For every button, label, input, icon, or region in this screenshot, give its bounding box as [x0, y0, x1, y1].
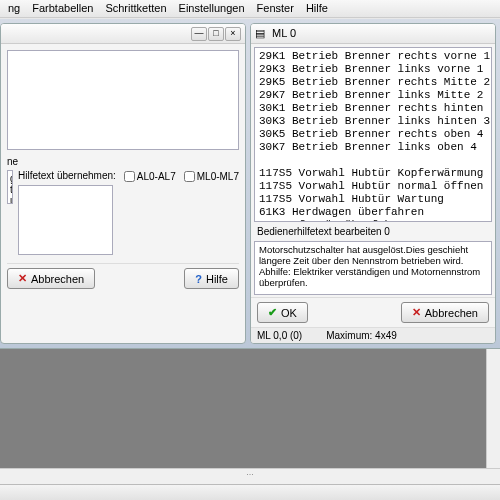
window-controls: — □ ×	[191, 27, 241, 41]
text-display-1: gestört. ten und überprüfen lassen.	[7, 170, 13, 204]
menubar: ng Farbtabellen Schrittketten Einstellun…	[0, 0, 500, 18]
right-child-window: ▤ ML 0 29K1 Betrieb Brenner rechts vorne…	[250, 23, 496, 344]
menu-item[interactable]: ng	[8, 2, 20, 15]
status-position: ML 0,0 (0)	[257, 330, 302, 341]
menu-item[interactable]: Farbtabellen	[32, 2, 93, 15]
vertical-scrollbar[interactable]	[486, 349, 500, 484]
help-button[interactable]: ?Hilfe	[184, 268, 239, 289]
help-icon: ?	[195, 273, 202, 285]
document-icon: ▤	[255, 27, 265, 39]
minimize-button[interactable]: —	[191, 27, 207, 41]
hilfetext-label: Hilfetext übernehmen:	[18, 170, 116, 181]
close-button[interactable]: ×	[225, 27, 241, 41]
cancel-button[interactable]: ✕Abbrechen	[401, 302, 489, 323]
menu-item[interactable]: Hilfe	[306, 2, 328, 15]
cancel-button[interactable]: ✕Abbrechen	[7, 268, 95, 289]
checkbox-ml[interactable]: ML0-ML7	[184, 171, 239, 182]
menu-item[interactable]: Schrittketten	[105, 2, 166, 15]
menu-item[interactable]: Fenster	[257, 2, 294, 15]
check-icon: ✔	[268, 306, 277, 319]
right-statusbar: ML 0,0 (0) Maximum: 4x49	[251, 327, 495, 343]
bedien-textarea[interactable]: Motorschutzschalter hat ausgelöst.Dies g…	[254, 241, 492, 295]
lower-gray-area	[0, 349, 500, 484]
left-main-listbox[interactable]	[7, 50, 239, 150]
horizontal-scrollbar[interactable]	[0, 468, 500, 484]
right-window-title: ML 0	[272, 27, 296, 39]
hilfetext-textarea[interactable]	[18, 185, 113, 255]
left-window-titlebar: — □ ×	[1, 24, 245, 44]
maximize-button[interactable]: □	[208, 27, 224, 41]
message-list[interactable]: 29K1 Betrieb Brenner rechts vorne 1 29K3…	[254, 47, 492, 222]
bedien-label: Bedienerhilfetext bearbeiten 0	[251, 224, 495, 239]
left-child-window: — □ × ne gestört. ten und überprüfen las…	[0, 23, 246, 344]
status-maximum: Maximum: 4x49	[326, 330, 397, 341]
label-ne: ne	[7, 156, 239, 167]
ok-button[interactable]: ✔OK	[257, 302, 308, 323]
app-statusbar	[0, 484, 500, 500]
mdi-workspace: — □ × ne gestört. ten und überprüfen las…	[0, 19, 500, 349]
close-icon: ✕	[18, 272, 27, 285]
menu-item[interactable]: Einstellungen	[179, 2, 245, 15]
close-icon: ✕	[412, 306, 421, 319]
right-window-titlebar: ▤ ML 0	[251, 24, 495, 44]
checkbox-al[interactable]: AL0-AL7	[124, 171, 176, 182]
